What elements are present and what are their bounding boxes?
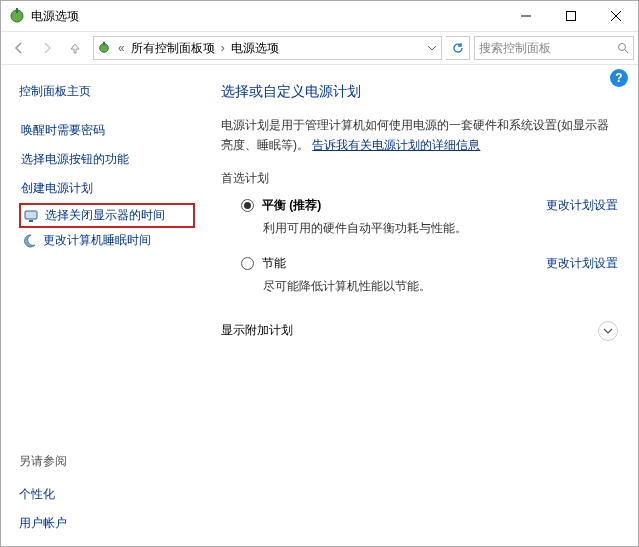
page-heading: 选择或自定义电源计划 bbox=[221, 83, 618, 101]
sidebar-power-button[interactable]: 选择电源按钮的功能 bbox=[19, 145, 195, 174]
plan-saver-name: 节能 bbox=[262, 255, 286, 272]
address-dropdown[interactable] bbox=[423, 44, 441, 52]
main-content: ? 选择或自定义电源计划 电源计划是用于管理计算机如何使用电源的一套硬件和系统设… bbox=[201, 65, 638, 546]
sidebar-home-link[interactable]: 控制面板主页 bbox=[19, 83, 195, 100]
window-title: 电源选项 bbox=[31, 8, 503, 25]
sidebar-display-off-label: 选择关闭显示器的时间 bbox=[45, 207, 165, 224]
forward-button[interactable] bbox=[33, 35, 61, 61]
breadcrumb-level1[interactable]: 所有控制面板项 bbox=[129, 40, 217, 57]
sidebar-display-off[interactable]: 选择关闭显示器的时间 bbox=[19, 203, 195, 228]
plan-balanced-name: 平衡 (推荐) bbox=[262, 197, 321, 214]
svg-rect-11 bbox=[29, 220, 33, 222]
moon-icon bbox=[21, 233, 37, 249]
plan-saver: 节能 更改计划设置 尽可能降低计算机性能以节能。 bbox=[241, 255, 618, 295]
sidebar-personalize[interactable]: 个性化 bbox=[19, 480, 195, 509]
svg-line-9 bbox=[625, 50, 628, 53]
svg-rect-7 bbox=[103, 42, 105, 46]
sidebar-wake-password[interactable]: 唤醒时需要密码 bbox=[19, 116, 195, 145]
svg-point-8 bbox=[619, 44, 626, 51]
search-input[interactable]: 搜索控制面板 bbox=[474, 36, 634, 60]
plan-saver-change-link[interactable]: 更改计划设置 bbox=[546, 255, 618, 272]
chevron-right-icon: › bbox=[217, 41, 229, 55]
minimize-button[interactable] bbox=[503, 2, 548, 31]
svg-rect-10 bbox=[25, 211, 37, 219]
see-also-label: 另请参阅 bbox=[19, 453, 195, 470]
plan-saver-desc: 尽可能降低计算机性能以节能。 bbox=[263, 278, 618, 295]
svg-rect-3 bbox=[566, 12, 575, 21]
svg-rect-1 bbox=[16, 8, 18, 13]
page-description: 电源计划是用于管理计算机如何使用电源的一套硬件和系统设置(如显示器亮度、睡眠等)… bbox=[221, 115, 618, 156]
preferred-plans-label: 首选计划 bbox=[221, 170, 618, 187]
expand-button[interactable] bbox=[598, 321, 618, 341]
breadcrumb-sep-root: « bbox=[114, 41, 129, 55]
maximize-button[interactable] bbox=[548, 2, 593, 31]
toolbar: « 所有控制面板项 › 电源选项 搜索控制面板 bbox=[1, 31, 638, 65]
search-placeholder: 搜索控制面板 bbox=[479, 40, 617, 57]
desc-link[interactable]: 告诉我有关电源计划的详细信息 bbox=[312, 138, 480, 152]
sidebar: 控制面板主页 唤醒时需要密码 选择电源按钮的功能 创建电源计划 选择关闭显示器的… bbox=[1, 65, 201, 546]
sidebar-sleep-time-label: 更改计算机睡眠时间 bbox=[43, 232, 151, 249]
breadcrumb-level2[interactable]: 电源选项 bbox=[229, 40, 281, 57]
close-button[interactable] bbox=[593, 2, 638, 31]
additional-plans-row: 显示附加计划 bbox=[221, 321, 618, 341]
up-button[interactable] bbox=[61, 35, 89, 61]
body: 控制面板主页 唤醒时需要密码 选择电源按钮的功能 创建电源计划 选择关闭显示器的… bbox=[1, 65, 638, 546]
app-icon bbox=[9, 8, 25, 24]
plan-balanced-change-link[interactable]: 更改计划设置 bbox=[546, 197, 618, 214]
plan-balanced: 平衡 (推荐) 更改计划设置 利用可用的硬件自动平衡功耗与性能。 bbox=[241, 197, 618, 237]
sidebar-footer: 另请参阅 个性化 用户帐户 bbox=[19, 453, 195, 538]
sidebar-user-accounts[interactable]: 用户帐户 bbox=[19, 509, 195, 538]
address-bar[interactable]: « 所有控制面板项 › 电源选项 bbox=[93, 36, 442, 60]
additional-plans-label: 显示附加计划 bbox=[221, 322, 293, 339]
help-icon[interactable]: ? bbox=[610, 69, 628, 87]
plan-balanced-desc: 利用可用的硬件自动平衡功耗与性能。 bbox=[263, 220, 618, 237]
power-icon bbox=[94, 41, 114, 55]
refresh-button[interactable] bbox=[446, 36, 470, 60]
titlebar: 电源选项 bbox=[1, 1, 638, 31]
sidebar-sleep-time[interactable]: 更改计算机睡眠时间 bbox=[19, 228, 195, 253]
search-icon bbox=[617, 42, 629, 54]
monitor-icon bbox=[23, 208, 39, 224]
sidebar-create-plan[interactable]: 创建电源计划 bbox=[19, 174, 195, 203]
plan-balanced-radio[interactable] bbox=[241, 199, 254, 212]
plan-saver-radio[interactable] bbox=[241, 257, 254, 270]
back-button[interactable] bbox=[5, 35, 33, 61]
